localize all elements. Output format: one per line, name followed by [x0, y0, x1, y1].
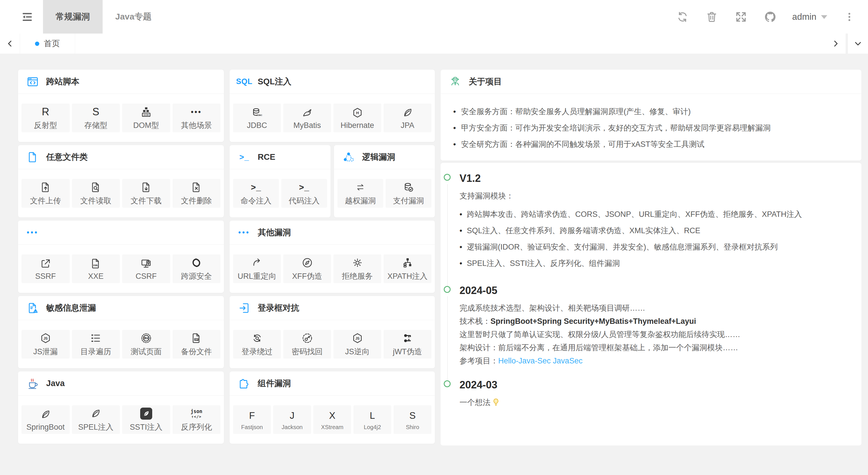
module-tile[interactable]: 文件读取	[72, 179, 120, 208]
tabbar-spacer	[75, 34, 826, 54]
tile-label: 目录遍历	[80, 347, 111, 357]
split-card-row: >_RCE>_命令注入>_代码注入逻辑漏洞越权漏洞支付漏洞	[229, 145, 435, 217]
refresh-icon[interactable]	[668, 0, 697, 34]
module-tile[interactable]: JDBCJDBC	[233, 103, 281, 132]
timeline-node-icon	[444, 174, 451, 181]
user-menu[interactable]: admin	[785, 12, 835, 22]
json-icon: json↑</>	[191, 407, 203, 420]
module-tile[interactable]: JSJS泄漏	[22, 330, 70, 359]
module-tile[interactable]: XFF伪造	[283, 255, 331, 283]
doc-warning-icon	[26, 301, 39, 315]
card-header: 任意文件类	[18, 145, 224, 169]
module-tile[interactable]: DOMDOM型	[122, 103, 170, 132]
timeline-line: 这里暂时只做了简单认证实现、权限分级/人员管理等复杂鉴权功能后续待实现……	[460, 330, 853, 339]
tile-label: 命令注入	[241, 196, 272, 206]
tile-label: Fastjson	[241, 424, 263, 431]
tile-label: Log4j2	[364, 424, 381, 431]
about-bullet: 安全服务方面：帮助安全服务人员理解漏洞原理(产生、修复、审计)	[451, 107, 851, 116]
module-tile[interactable]: 文件上传	[22, 179, 70, 208]
swap-icon	[354, 181, 366, 194]
terminal-blue-icon: >_	[238, 151, 251, 164]
active-tab-dot	[35, 41, 39, 46]
timeline: V1.2支持漏洞模块：跨站脚本攻击、跨站请求伪造、CORS、JSONP、URL重…	[441, 163, 861, 445]
more-vertical-icon[interactable]	[835, 0, 864, 34]
timeline-line: 参考项目：Hello-Java-Sec JavaSec	[460, 356, 853, 366]
module-tile[interactable]: 文件删除	[173, 179, 221, 208]
java-cup-icon	[26, 377, 39, 390]
module-tile[interactable]: 支付漏洞	[385, 179, 431, 208]
tab-home[interactable]: 首页	[20, 34, 75, 54]
module-column-left: 跨站脚本R反射型S存储型DOMDOM型•••其他场景任意文件类文件上传文件读取文…	[18, 70, 224, 475]
module-tile[interactable]: SSRF	[22, 255, 70, 283]
module-tile[interactable]: json↑</>反序列化	[173, 405, 221, 434]
module-tile[interactable]: MyBatis	[283, 103, 331, 132]
module-tile[interactable]: 目录遍历	[72, 330, 120, 359]
svg-text:XML: XML	[93, 264, 99, 267]
page-tabbar: 首页	[0, 34, 868, 54]
module-tile[interactable]: jWT伪造	[383, 330, 431, 359]
tile-label: 其他场景	[181, 120, 212, 130]
module-tile[interactable]: •••其他场景	[173, 103, 221, 132]
card-body: R反射型S存储型DOMDOM型•••其他场景	[18, 94, 224, 142]
tabs-menu-icon[interactable]	[848, 34, 868, 54]
trash-icon[interactable]	[697, 0, 726, 34]
card-header: •••其他漏洞	[229, 220, 435, 245]
module-tile[interactable]: JJackson	[273, 405, 311, 434]
card-body: FFastjsonJJacksonXXStreamLLog4j2SShiro	[229, 395, 435, 444]
collapse-menu-icon[interactable]	[11, 0, 43, 34]
module-tile[interactable]: 测试测试页面	[122, 330, 170, 359]
js-hex-icon: JS	[40, 332, 51, 345]
module-tile[interactable]: >_代码注入	[281, 179, 327, 208]
module-tile[interactable]: XXStream	[313, 405, 351, 434]
module-tile[interactable]: XPATH注入	[383, 255, 431, 283]
puzzle-icon	[238, 377, 251, 390]
link-JavaSec[interactable]: JavaSec	[553, 357, 583, 365]
svg-text:JDBC: JDBC	[256, 114, 262, 116]
timeline-title: 2024-03	[460, 379, 853, 391]
module-tile[interactable]: 跨源安全	[173, 255, 221, 283]
card-body: >_命令注入>_代码注入	[229, 169, 331, 217]
module-tile[interactable]: SSTI注入	[122, 405, 170, 434]
file-upload-icon	[40, 181, 51, 194]
external-link-icon	[40, 257, 51, 270]
link-Hello-Java-Sec[interactable]: Hello-Java-Sec	[498, 357, 551, 365]
card-title: 任意文件类	[46, 151, 88, 163]
module-tile[interactable]: 越权漏洞	[337, 179, 383, 208]
tile-label: XXE	[88, 272, 103, 281]
module-tile[interactable]: URL重定向	[233, 255, 281, 283]
tile-label: jWT伪造	[393, 347, 422, 357]
module-tile[interactable]: ZIP备份文件	[173, 330, 221, 359]
module-tile[interactable]: SShiro	[394, 405, 431, 434]
module-tile[interactable]: HHibernate	[333, 103, 381, 132]
tabs-scroll-left-icon[interactable]	[0, 34, 20, 54]
module-tile[interactable]: R反射型	[22, 103, 70, 132]
module-tile[interactable]: 文件下载	[122, 179, 170, 208]
module-tile[interactable]: JPA	[383, 103, 431, 132]
module-tile[interactable]: FFastjson	[233, 405, 271, 434]
terminal-icon: >_	[251, 181, 261, 194]
module-tile[interactable]: 登录绕过	[233, 330, 281, 359]
module-tile[interactable]: LLog4j2	[353, 405, 391, 434]
github-icon[interactable]	[756, 0, 785, 34]
nav-tab-java-topics[interactable]: Java专题	[103, 0, 164, 34]
list-icon	[90, 332, 101, 345]
fullscreen-icon[interactable]	[726, 0, 756, 34]
bird-icon	[302, 106, 313, 119]
module-tile[interactable]: S存储型	[72, 103, 120, 132]
dots-blue-icon: •••	[26, 226, 39, 239]
module-tile[interactable]: 拒绝服务	[333, 255, 381, 283]
module-tile[interactable]: XMLXXE	[72, 255, 120, 283]
tile-label: DOM型	[133, 120, 159, 130]
module-tile[interactable]: JSJS逆向	[333, 330, 381, 359]
module-tile[interactable]: SPEL注入	[72, 405, 120, 434]
module-tile[interactable]: >_命令注入	[233, 179, 279, 208]
module-tile[interactable]: CSRF	[122, 255, 170, 283]
tile-label: SPEL注入	[78, 422, 114, 432]
tabs-scroll-right-icon[interactable]	[826, 34, 846, 54]
tile-label: 文件上传	[30, 196, 61, 206]
svg-text:DOM: DOM	[144, 114, 149, 116]
card-title: 其他漏洞	[258, 227, 291, 238]
nav-tab-regular-vulns[interactable]: 常规漏洞	[43, 0, 103, 34]
module-tile[interactable]: SpringBoot	[22, 405, 70, 434]
module-tile[interactable]: 密码找回	[283, 330, 331, 359]
